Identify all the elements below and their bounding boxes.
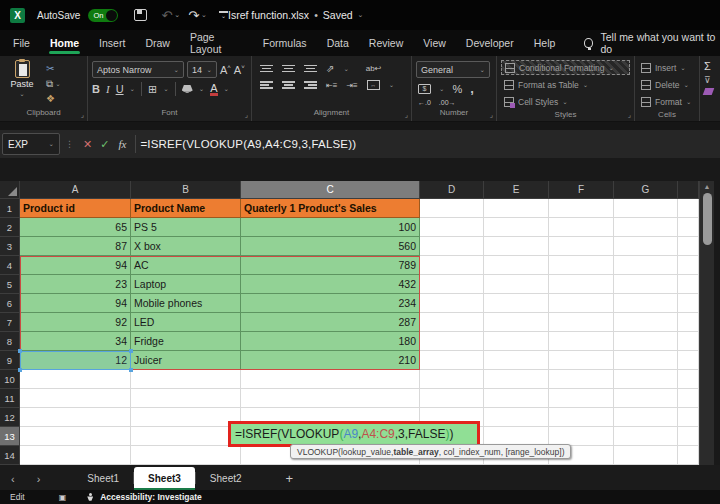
cell[interactable]: 12 [20,351,131,370]
cell[interactable] [420,256,484,275]
column-header-g[interactable]: G [614,181,678,199]
cell[interactable]: 180 [241,332,420,351]
format-as-table-button[interactable]: Format as Table ⌄ [501,77,630,92]
save-button[interactable] [134,9,147,21]
sheet-tab-sheet1[interactable]: Sheet1 [73,467,133,490]
cell[interactable] [678,275,699,294]
cell[interactable] [678,446,699,465]
cell[interactable]: Juicer [131,351,241,370]
redo-button[interactable]: ↷⌄ [188,8,207,23]
increase-decimal-button[interactable]: ←.0 [418,99,431,106]
accessibility-status[interactable]: Accessibility: Investigate [100,492,202,502]
cell[interactable] [20,370,131,389]
cell[interactable] [131,389,241,408]
cell[interactable] [484,256,549,275]
cell[interactable] [614,275,678,294]
cut-button[interactable]: ✂ [46,62,61,75]
column-header-b[interactable]: B [131,181,241,199]
cell[interactable]: 210 [241,351,420,370]
add-sheet-button[interactable]: + [272,471,308,490]
cell[interactable] [420,218,484,237]
cell[interactable] [131,408,241,427]
column-header-f[interactable]: F [549,181,614,199]
cell[interactable] [614,332,678,351]
middle-align-button[interactable] [282,65,295,73]
cell[interactable] [420,294,484,313]
percent-style-button[interactable]: % [452,83,462,95]
insert-cells-button[interactable]: Insert ⌄ [639,60,695,75]
cell[interactable] [549,218,614,237]
cell[interactable] [678,218,699,237]
tab-review[interactable]: Review [360,32,412,55]
cell[interactable] [549,313,614,332]
column-header-c[interactable]: C [241,181,420,199]
cell[interactable]: Product id [20,199,131,218]
cell[interactable]: 65 [20,218,131,237]
row-header-13[interactable]: 13 [0,427,20,446]
cell[interactable] [614,446,678,465]
cell[interactable] [614,427,678,446]
cell[interactable] [549,275,614,294]
cell[interactable] [420,332,484,351]
insert-function-button[interactable]: fx [118,138,126,150]
font-name-select[interactable]: Aptos Narrow ⌄ [92,61,184,78]
cell[interactable] [484,313,549,332]
formula-input[interactable]: =ISREF(VLOOKUP(A9,A4:C9,3,FALSE)) [140,138,356,150]
cell[interactable] [614,256,678,275]
cell[interactable] [420,275,484,294]
cell[interactable]: 287 [241,313,420,332]
formula-bar-grip[interactable]: ⋮ [65,139,74,149]
cell-styles-button[interactable]: Cell Styles ⌄ [501,94,630,109]
row-header-2[interactable]: 2 [0,218,20,237]
cell[interactable] [549,294,614,313]
cell[interactable] [241,370,420,389]
cell[interactable]: 23 [20,275,131,294]
cell[interactable] [420,237,484,256]
cell[interactable] [484,351,549,370]
cell[interactable] [549,351,614,370]
cell[interactable]: 432 [241,275,420,294]
cell[interactable] [678,370,699,389]
cell[interactable] [678,427,699,446]
cell[interactable]: 34 [20,332,131,351]
dialog-launcher-icon[interactable]: ⌟ [490,111,493,119]
row-header-14[interactable]: 14 [0,446,20,465]
paste-button[interactable]: Paste ⌄ [4,60,40,107]
decrease-decimal-button[interactable]: .00→ [439,99,456,106]
cell[interactable] [484,199,549,218]
cell[interactable]: 92 [20,313,131,332]
cell[interactable] [420,389,484,408]
comma-style-button[interactable]: , [470,81,474,96]
cell[interactable] [614,389,678,408]
column-header-partial[interactable] [678,181,699,199]
font-size-select[interactable]: 14 ⌄ [187,61,217,78]
cell[interactable] [549,256,614,275]
scroll-up-icon[interactable]: ▲ [704,183,711,190]
row-header-5[interactable]: 5 [0,275,20,294]
cell[interactable] [484,389,549,408]
dialog-launcher-icon[interactable]: ⌟ [81,111,84,119]
cell[interactable] [549,389,614,408]
tab-view[interactable]: View [414,32,455,55]
tab-draw[interactable]: Draw [136,32,179,55]
cell[interactable] [484,408,549,427]
cell[interactable] [549,199,614,218]
cell[interactable]: LED [131,313,241,332]
cell[interactable] [614,370,678,389]
cell[interactable]: Fridge [131,332,241,351]
prev-sheet-icon[interactable]: ‹ [0,473,26,490]
cancel-entry-button[interactable]: ✕ [83,138,92,151]
cell[interactable] [20,427,131,446]
bold-button[interactable]: B [92,83,100,95]
row-header-9[interactable]: 9 [0,351,20,370]
underline-button[interactable]: U [116,83,124,95]
cell[interactable] [484,237,549,256]
cell[interactable] [420,370,484,389]
cell[interactable]: Product Name [131,199,241,218]
cell[interactable]: Mobile phones [131,294,241,313]
tab-developer[interactable]: Developer [457,32,523,55]
cell[interactable] [678,199,699,218]
cell[interactable]: 100 [241,218,420,237]
autosum-icon[interactable]: Σ [704,60,711,72]
cell[interactable]: 94 [20,256,131,275]
